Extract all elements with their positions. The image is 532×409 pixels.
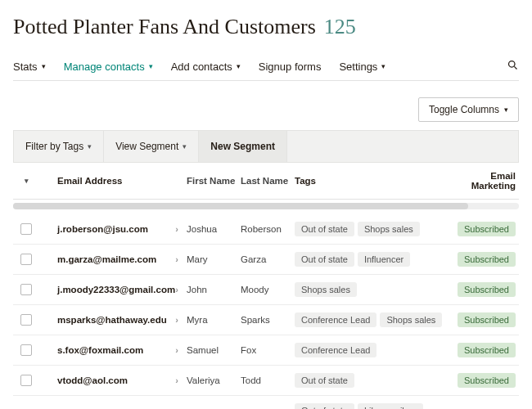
chevron-down-icon: ▾ <box>88 142 92 151</box>
tag-pill[interactable]: Out of state <box>295 252 354 267</box>
filter-bar: Filter by Tags ▾ View Segment ▾ New Segm… <box>13 130 519 163</box>
row-checkbox[interactable] <box>20 254 32 265</box>
chevron-right-icon[interactable]: › <box>175 315 187 325</box>
new-segment-button[interactable]: New Segment <box>199 131 287 162</box>
filter-by-tags-button[interactable]: Filter by Tags ▾ <box>14 131 104 162</box>
chevron-down-icon: ▾ <box>504 106 508 114</box>
chevron-right-icon[interactable]: › <box>175 375 187 385</box>
cell-tags: Out of stateLikes mailersYelper <box>295 403 452 409</box>
row-checkbox[interactable] <box>20 314 32 326</box>
table-row: s.fox@foxmail.com›SamuelFoxConference Le… <box>13 335 519 366</box>
toggle-columns-button[interactable]: Toggle Columns ▾ <box>418 97 519 122</box>
column-header-first-name[interactable]: First Name <box>187 176 241 186</box>
table-row: msparks@hathaway.edu›MyraSparksConferenc… <box>13 305 519 335</box>
row-checkbox[interactable] <box>20 223 32 235</box>
nav-item-add-contacts[interactable]: Add contacts▾ <box>171 61 241 73</box>
cell-email[interactable]: vtodd@aol.com <box>57 375 128 385</box>
svg-point-0 <box>509 61 516 68</box>
nav-item-manage-contacts[interactable]: Manage contacts▾ <box>64 61 153 73</box>
cell-tags: Shops sales <box>295 282 452 297</box>
chevron-down-icon: ▾ <box>237 62 241 70</box>
cell-first-name: Samuel <box>187 345 241 355</box>
table-row: vtodd@aol.com›ValeriyaToddOut of stateSu… <box>13 366 519 396</box>
column-header-tags[interactable]: Tags <box>295 176 452 186</box>
cell-first-name: Mary <box>187 254 241 264</box>
horizontal-scrollbar-thumb[interactable] <box>13 203 468 209</box>
contact-count: 125 <box>324 15 356 39</box>
status-pill: Subscribed <box>458 312 516 327</box>
table-row: j.roberson@jsu.com›JoshuaRobersonOut of … <box>13 214 519 245</box>
nav-item-label: Add contacts <box>171 61 232 73</box>
cell-last-name: Sparks <box>241 315 295 325</box>
nav-item-label: Manage contacts <box>64 61 145 73</box>
cell-email[interactable]: msparks@hathaway.edu <box>57 315 167 325</box>
new-segment-label: New Segment <box>210 141 275 152</box>
row-checkbox[interactable] <box>20 284 32 295</box>
cell-tags: Out of stateShops sales <box>295 222 452 236</box>
cell-tags: Out of stateInfluencer <box>295 252 452 267</box>
tag-pill[interactable]: Conference Lead <box>295 312 376 327</box>
chevron-right-icon[interactable]: › <box>175 254 187 264</box>
cell-email[interactable]: j.roberson@jsu.com <box>57 224 148 234</box>
select-all-column[interactable]: ▾ <box>13 177 39 185</box>
cell-email[interactable]: m.garza@mailme.com <box>57 254 156 264</box>
cell-tags: Conference LeadShops sales <box>295 312 452 327</box>
filter-by-tags-label: Filter by Tags <box>25 141 83 152</box>
search-icon[interactable] <box>507 59 519 74</box>
table-row: j.moody22333@gmail.com›JohnMoodyShops sa… <box>13 275 519 305</box>
column-header-email[interactable]: Email Address <box>54 176 187 186</box>
cell-first-name: Valeriya <box>187 375 241 385</box>
nav-item-label: Stats <box>13 61 38 73</box>
horizontal-scrollbar-track[interactable] <box>13 203 519 209</box>
chevron-right-icon[interactable]: › <box>175 224 187 234</box>
tag-pill[interactable]: Shops sales <box>380 312 442 327</box>
tag-pill[interactable]: Likes mailers <box>358 403 423 409</box>
tag-pill[interactable]: Shops sales <box>295 282 357 297</box>
cell-last-name: Moody <box>241 285 295 294</box>
row-checkbox[interactable] <box>20 375 32 386</box>
status-pill: Subscribed <box>458 343 516 357</box>
main-nav: Stats▾Manage contacts▾Add contacts▾Signu… <box>13 59 519 81</box>
cell-first-name: Myra <box>187 315 241 325</box>
table-header-row: ▾ Email Address First Name Last Name Tag… <box>13 163 519 200</box>
view-segment-label: View Segment <box>115 141 178 152</box>
nav-item-settings[interactable]: Settings▾ <box>339 61 385 73</box>
tag-pill[interactable]: Out of state <box>295 222 354 236</box>
cell-tags: Out of state <box>295 373 452 388</box>
tag-pill[interactable]: Conference Lead <box>295 343 376 357</box>
table-row: m.garza@mailme.com›MaryGarzaOut of state… <box>13 245 519 275</box>
svg-line-1 <box>514 66 516 69</box>
cell-last-name: Garza <box>241 254 295 264</box>
status-pill: Subscribed <box>458 373 516 388</box>
chevron-down-icon: ▾ <box>183 142 187 151</box>
cell-first-name: Joshua <box>187 224 241 234</box>
status-pill: Subscribed <box>458 252 516 267</box>
chevron-down-icon: ▾ <box>42 62 46 70</box>
cell-tags: Conference Lead <box>295 343 452 357</box>
status-pill: Subscribed <box>458 222 516 236</box>
chevron-right-icon[interactable]: › <box>175 345 187 355</box>
cell-last-name: Roberson <box>241 224 295 234</box>
nav-item-stats[interactable]: Stats▾ <box>13 61 46 73</box>
chevron-down-icon: ▾ <box>149 62 153 70</box>
filter-bar-spacer <box>287 131 518 162</box>
table-body: j.roberson@jsu.com›JoshuaRobersonOut of … <box>13 214 519 409</box>
cell-email[interactable]: j.moody22333@gmail.com <box>57 285 175 294</box>
page-title: Potted Planter Fans And Customers <box>13 15 316 39</box>
status-pill: Subscribed <box>458 282 516 297</box>
tag-pill[interactable]: Out of state <box>295 373 354 388</box>
column-header-last-name[interactable]: Last Name <box>241 176 295 186</box>
chevron-right-icon[interactable]: › <box>175 285 187 294</box>
tag-pill[interactable]: Shops sales <box>358 222 420 236</box>
nav-item-label: Settings <box>339 61 377 73</box>
nav-item-signup-forms[interactable]: Signup forms <box>259 61 322 73</box>
column-header-email-marketing[interactable]: Email Marketing <box>452 171 519 191</box>
chevron-down-icon: ▾ <box>25 177 29 185</box>
nav-item-label: Signup forms <box>259 61 322 73</box>
row-checkbox[interactable] <box>20 344 32 356</box>
cell-first-name: John <box>187 285 241 294</box>
tag-pill[interactable]: Out of state <box>295 403 354 409</box>
view-segment-button[interactable]: View Segment ▾ <box>104 131 199 162</box>
cell-email[interactable]: s.fox@foxmail.com <box>57 345 143 355</box>
tag-pill[interactable]: Influencer <box>358 252 410 267</box>
